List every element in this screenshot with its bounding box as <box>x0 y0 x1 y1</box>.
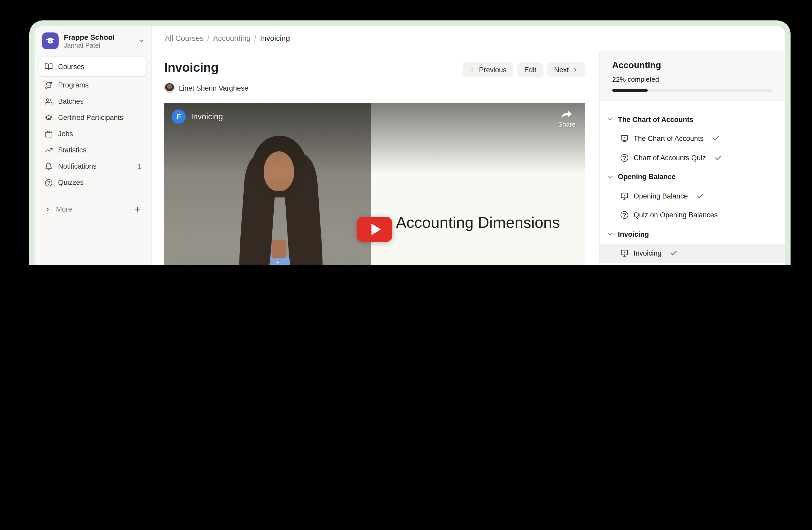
chevron-down-icon[interactable] <box>137 37 145 44</box>
sidebar-item-label: Notifications <box>58 162 97 170</box>
next-button[interactable]: Next <box>547 62 585 78</box>
sidebar-item-label: Quizzes <box>58 179 84 186</box>
lesson-header: Invoicing Previous Edit Next <box>164 60 585 78</box>
check-icon <box>714 154 722 162</box>
outline-item-invoicing[interactable]: Invoicing <box>599 244 785 263</box>
briefcase-icon <box>44 130 53 138</box>
breadcrumb-separator: / <box>207 34 209 42</box>
outline-item-label: Opening Balance <box>634 192 688 200</box>
progress-label: 22% completed <box>612 75 773 83</box>
check-icon <box>696 192 704 200</box>
breadcrumb: All Courses/Accounting/Invoicing <box>152 26 785 51</box>
body-row: Invoicing Previous Edit Next <box>152 51 785 265</box>
monitor-play-icon <box>620 192 629 200</box>
lesson-actions: Previous Edit Next <box>463 62 585 78</box>
course-outline-panel: Accounting 22% completed The Chart of Ac… <box>599 51 785 265</box>
outline-item-the-chart-of-accounts[interactable]: The Chart of Accounts <box>599 129 785 148</box>
trending-up-icon <box>44 146 53 154</box>
outline-section-title: Invoicing <box>618 231 649 238</box>
outline-section-invoicing[interactable]: Invoicing <box>599 225 785 244</box>
sidebar-item-jobs[interactable]: Jobs <box>39 126 146 142</box>
outline-item-quiz-on-opening-balances[interactable]: Quiz on Opening Balances <box>599 206 785 225</box>
breadcrumb-current: Invoicing <box>260 34 290 42</box>
plus-icon[interactable] <box>133 205 141 213</box>
sidebar-item-statistics[interactable]: Statistics <box>39 142 146 158</box>
book-open-icon <box>44 62 53 71</box>
channel-avatar[interactable]: F <box>172 110 186 124</box>
video-top-gradient <box>164 103 585 174</box>
course-progress-header: Accounting 22% completed <box>599 51 785 100</box>
breadcrumb-link-all-courses[interactable]: All Courses <box>165 34 204 42</box>
monitor-play-icon <box>620 134 629 143</box>
chevron-left-icon <box>469 67 475 72</box>
lesson-main: Invoicing Previous Edit Next <box>152 51 599 265</box>
progress-bar <box>612 89 773 92</box>
sidebar-spacer <box>34 217 151 265</box>
sidebar-item-label: Certified Participants <box>58 114 123 122</box>
notification-count-badge: 1 <box>137 162 141 170</box>
sidebar-item-label: Courses <box>58 62 85 70</box>
workspace-labels: Frappe School Jannat Patel <box>64 33 132 49</box>
screen: Frappe School Jannat Patel CoursesProgra… <box>0 0 812 265</box>
monitor-play-icon <box>620 249 629 258</box>
workspace-switcher[interactable]: Frappe School Jannat Patel <box>34 26 151 54</box>
bell-icon <box>44 162 53 170</box>
chevron-down-icon <box>607 174 613 180</box>
previous-button[interactable]: Previous <box>463 62 513 78</box>
check-icon <box>670 250 678 257</box>
chevron-down-icon <box>607 231 613 237</box>
outline-item-opening-balance[interactable]: Opening Balance <box>599 186 785 206</box>
chevron-right-icon <box>44 206 51 212</box>
chevron-down-icon <box>607 116 613 123</box>
sidebar-nav: CoursesProgramsBatchesCertified Particip… <box>34 54 151 191</box>
sidebar-more-toggle[interactable]: More <box>39 201 146 217</box>
main-column: All Courses/Accounting/Invoicing Invoici… <box>152 26 785 265</box>
help-circle-icon <box>44 178 53 187</box>
graduation-cap-icon <box>44 113 53 122</box>
frappe-school-logo <box>42 32 59 49</box>
next-button-label: Next <box>554 66 569 73</box>
progress-bar-fill <box>612 89 648 92</box>
help-circle-icon <box>620 153 629 162</box>
share-button[interactable]: Share <box>558 110 576 128</box>
edit-button[interactable]: Edit <box>518 62 543 78</box>
course-outline: The Chart of AccountsThe Chart of Accoun… <box>599 100 785 265</box>
sidebar-item-label: Batches <box>58 97 84 105</box>
outline-section-the-chart-of-accounts[interactable]: The Chart of Accounts <box>599 110 785 129</box>
video-player[interactable]: Accounting Dimensions Frappe F Invoicing… <box>164 103 585 265</box>
sidebar-item-certified-participants[interactable]: Certified Participants <box>39 110 146 126</box>
user-name: Jannat Patel <box>64 42 132 49</box>
sidebar-item-programs[interactable]: Programs <box>39 77 146 93</box>
sidebar-item-batches[interactable]: Batches <box>39 93 146 110</box>
sidebar-item-quizzes[interactable]: Quizzes <box>39 175 146 191</box>
check-icon <box>712 135 720 143</box>
outline-section-opening-balance[interactable]: Opening Balance <box>599 167 785 186</box>
video-title[interactable]: Invoicing <box>191 112 223 121</box>
window-frame: Frappe School Jannat Patel CoursesProgra… <box>29 20 791 265</box>
author-avatar <box>164 83 175 93</box>
left-sidebar: Frappe School Jannat Patel CoursesProgra… <box>34 26 152 265</box>
chevron-right-icon <box>572 67 578 72</box>
presenter-figure <box>272 240 286 258</box>
course-title: Accounting <box>612 60 773 71</box>
edit-button-label: Edit <box>524 66 537 73</box>
sidebar-item-courses[interactable]: Courses <box>39 57 146 76</box>
breadcrumb-separator: / <box>254 34 256 42</box>
page-title: Invoicing <box>164 60 218 75</box>
author-name: Linet Sherin Varghese <box>179 84 248 92</box>
route-icon <box>44 81 53 89</box>
play-button[interactable] <box>357 217 392 242</box>
share-label: Share <box>558 121 576 128</box>
outline-item-label: The Chart of Accounts <box>634 135 704 143</box>
help-circle-icon <box>620 211 629 220</box>
sidebar-item-notifications[interactable]: Notifications1 <box>39 158 146 175</box>
outline-item-chart-of-accounts-quiz[interactable]: Chart of Accounts Quiz <box>599 148 785 167</box>
sidebar-item-label: Programs <box>58 81 89 89</box>
outline-item-quiz-on-invoicing[interactable]: Quiz on Invoicing <box>599 263 785 265</box>
video-titlebar[interactable]: F Invoicing <box>172 110 223 124</box>
sidebar-item-label: Jobs <box>58 130 73 138</box>
share-icon <box>561 110 573 120</box>
breadcrumb-link-accounting[interactable]: Accounting <box>213 34 251 42</box>
play-icon <box>371 224 381 235</box>
app-title: Frappe School <box>64 33 132 41</box>
